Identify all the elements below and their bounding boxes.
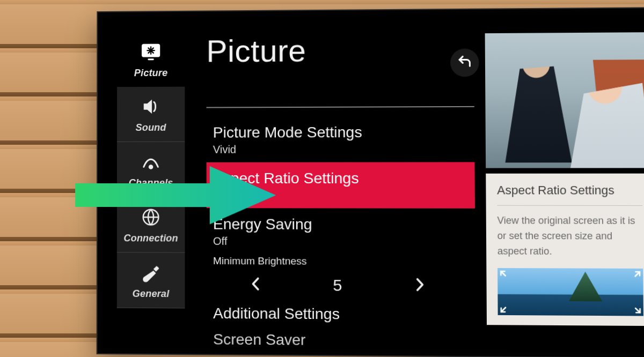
svg-rect-1 xyxy=(148,58,153,60)
info-card-rule xyxy=(497,205,642,206)
sidebar-item-label: Connection xyxy=(123,233,178,244)
settings-sidebar: Picture Sound Channels xyxy=(117,32,185,348)
back-button[interactable] xyxy=(450,49,479,77)
wrench-icon xyxy=(138,262,163,285)
row-title: Aspect Ratio Settings xyxy=(213,170,466,188)
info-card-thumbnail xyxy=(497,268,643,316)
sound-icon xyxy=(138,96,163,118)
sidebar-item-channels[interactable]: Channels xyxy=(117,142,185,197)
info-card-body: View the original screen as it is or set… xyxy=(497,213,643,259)
sidebar-item-label: General xyxy=(133,288,170,299)
row-energy-saving[interactable]: Energy Saving Off xyxy=(207,208,475,255)
row-value: Vivid xyxy=(213,143,466,156)
chevron-right-icon[interactable] xyxy=(413,277,426,295)
row-value: 16:9 xyxy=(213,189,466,202)
live-preview xyxy=(485,32,644,168)
brightness-value: 5 xyxy=(333,276,342,295)
expand-corner-icon xyxy=(500,270,510,280)
thumbnail-mountain xyxy=(568,272,602,302)
brightness-stepper[interactable]: 5 xyxy=(207,272,475,299)
row-aspect-ratio[interactable]: Aspect Ratio Settings 16:9 xyxy=(207,162,475,208)
brightness-note: Minimum Brightness xyxy=(207,254,475,273)
sidebar-item-picture[interactable]: Picture xyxy=(117,32,185,87)
row-title: Picture Mode Settings xyxy=(213,123,466,141)
sidebar-item-label: Channels xyxy=(129,177,173,188)
row-picture-mode[interactable]: Picture Mode Settings Vivid xyxy=(207,116,475,162)
back-arrow-icon xyxy=(457,54,472,72)
row-screen-saver[interactable]: Screen Saver xyxy=(207,329,476,356)
info-card-title: Aspect Ratio Settings xyxy=(497,183,642,198)
row-title: Additional Settings xyxy=(213,305,467,324)
expand-corner-icon xyxy=(631,271,641,281)
row-title: Energy Saving xyxy=(213,215,466,233)
sidebar-item-label: Picture xyxy=(134,67,168,78)
connection-icon xyxy=(138,207,163,229)
row-additional-settings[interactable]: Additional Settings xyxy=(207,297,475,330)
info-card: Aspect Ratio Settings View the original … xyxy=(486,174,644,326)
page-title: Picture xyxy=(206,32,306,69)
settings-list: Picture Mode Settings Vivid Aspect Ratio… xyxy=(207,116,476,351)
tv-frame: Picture Sound Channels xyxy=(97,7,644,357)
sidebar-item-label: Sound xyxy=(136,122,166,133)
chevron-left-icon[interactable] xyxy=(250,276,262,294)
sidebar-separator xyxy=(117,308,185,309)
row-value: Off xyxy=(213,235,466,249)
preview-figure xyxy=(502,48,575,162)
picture-icon xyxy=(138,42,163,64)
sidebar-item-general[interactable]: General xyxy=(117,252,185,308)
expand-corner-icon xyxy=(631,303,641,314)
channels-icon xyxy=(138,151,163,174)
svg-point-6 xyxy=(149,165,152,168)
sidebar-item-sound[interactable]: Sound xyxy=(117,87,185,142)
expand-corner-icon xyxy=(500,303,510,313)
tv-screen: Picture Sound Channels xyxy=(103,13,644,352)
sidebar-item-connection[interactable]: Connection xyxy=(117,197,185,252)
row-title: Screen Saver xyxy=(213,331,467,350)
header-rule xyxy=(207,106,474,108)
